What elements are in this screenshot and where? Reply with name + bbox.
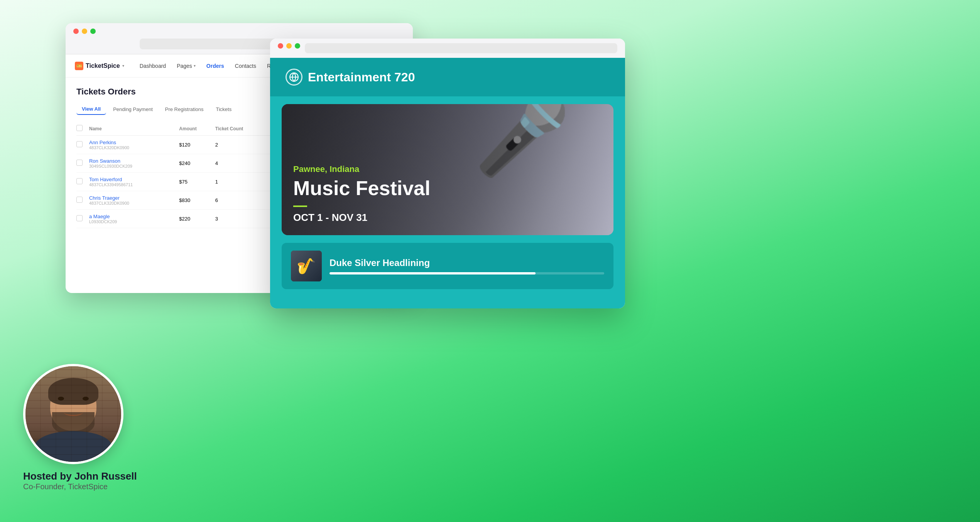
col-header-name: Name xyxy=(89,122,179,136)
row-checkbox-0[interactable] xyxy=(76,141,83,147)
profile-section: Hosted by John Russell Co-Founder, Ticke… xyxy=(23,364,137,491)
event-page: Entertainment 720 🎤 Pawnee, Indiana Musi… xyxy=(270,58,625,308)
nav-item-pages[interactable]: Pages ▾ xyxy=(172,61,200,71)
nav-item-contacts[interactable]: Contacts xyxy=(230,61,261,71)
tab-pre-registrations[interactable]: Pre Registrations xyxy=(160,104,209,115)
event-browser-chrome xyxy=(270,39,625,58)
performer-progress-fill xyxy=(329,272,536,274)
event-url-bar[interactable] xyxy=(305,43,617,53)
performer-info: Duke Silver Headlining xyxy=(329,258,604,274)
order-amount-2: $75 xyxy=(179,173,215,191)
order-tickets-2: 1 xyxy=(215,173,273,191)
festival-text: Pawnee, Indiana Music Festival OCT 1 - N… xyxy=(282,153,442,235)
order-id-1: 3049SCL0930DCK209 xyxy=(89,164,179,168)
event-dot-close[interactable] xyxy=(278,43,283,49)
order-tickets-3: 6 xyxy=(215,191,273,210)
tab-pending-payment[interactable]: Pending Payment xyxy=(108,104,158,115)
order-id-3: 4837CLK320DK0900 xyxy=(89,201,179,205)
order-tickets-4: 3 xyxy=(215,210,273,228)
festival-location: Pawnee, Indiana xyxy=(293,164,430,174)
col-header-checkbox xyxy=(76,122,89,136)
order-tickets-1: 4 xyxy=(215,154,273,173)
logo-chevron-icon: ▾ xyxy=(122,64,124,68)
order-name-4[interactable]: a Maegle xyxy=(89,214,110,219)
profile-photo xyxy=(23,364,123,464)
row-checkbox-4[interactable] xyxy=(76,215,83,221)
logo[interactable]: 🎫 TicketSpice ▾ xyxy=(75,62,124,70)
performer-image: 🎷 xyxy=(291,251,322,281)
performer-name: Duke Silver Headlining xyxy=(329,258,604,268)
order-id-4: L0930DCK209 xyxy=(89,219,179,224)
globe-icon xyxy=(286,69,302,86)
dot-minimize[interactable] xyxy=(82,29,87,34)
order-amount-0: $120 xyxy=(179,136,215,154)
order-name-3[interactable]: Chris Traeger xyxy=(89,195,120,201)
order-name-1[interactable]: Ron Swanson xyxy=(89,158,120,164)
logo-text: TicketSpice xyxy=(86,62,120,69)
dot-fullscreen[interactable] xyxy=(90,29,96,34)
nav-item-orders[interactable]: Orders xyxy=(202,61,229,71)
performer-img-bg: 🎷 xyxy=(291,251,322,281)
profile-name: Hosted by John Russell xyxy=(23,470,137,482)
order-amount-3: $830 xyxy=(179,191,215,210)
event-dot-fullscreen[interactable] xyxy=(295,43,300,49)
row-checkbox-2[interactable] xyxy=(76,178,83,184)
browser-window-event: Entertainment 720 🎤 Pawnee, Indiana Musi… xyxy=(270,39,625,308)
profile-name-area: Hosted by John Russell Co-Founder, Ticke… xyxy=(23,470,137,491)
festival-banner: 🎤 Pawnee, Indiana Music Festival OCT 1 -… xyxy=(282,104,613,235)
tab-tickets[interactable]: Tickets xyxy=(210,104,237,115)
col-header-ticket-count: Ticket Count xyxy=(215,122,273,136)
performer-emoji: 🎷 xyxy=(297,257,316,275)
browser-dots xyxy=(73,29,405,34)
select-all-checkbox[interactable] xyxy=(76,125,83,131)
order-id-0: 4837CLK320DK0900 xyxy=(89,145,179,150)
order-name-0[interactable]: Ann Perkins xyxy=(89,140,116,145)
festival-divider xyxy=(293,205,307,207)
performer-progress-bar xyxy=(329,272,604,274)
order-name-2[interactable]: Tom Haverford xyxy=(89,177,122,182)
order-amount-4: $220 xyxy=(179,210,215,228)
org-name: Entertainment 720 xyxy=(308,70,415,84)
order-id-2: 4837CLK33949586711 xyxy=(89,182,179,187)
logo-icon: 🎫 xyxy=(75,62,83,70)
performer-section: 🎷 Duke Silver Headlining xyxy=(282,243,613,289)
brick-texture xyxy=(25,366,121,462)
festival-name: Music Festival xyxy=(293,177,430,199)
nav-item-dashboard[interactable]: Dashboard xyxy=(135,61,171,71)
tab-view-all[interactable]: View All xyxy=(76,104,106,115)
row-checkbox-1[interactable] xyxy=(76,160,83,166)
order-tickets-0: 2 xyxy=(215,136,273,154)
row-checkbox-3[interactable] xyxy=(76,197,83,203)
event-browser-dots xyxy=(278,43,300,49)
event-dot-minimize[interactable] xyxy=(286,43,292,49)
pages-chevron-icon: ▾ xyxy=(194,64,196,68)
order-amount-1: $240 xyxy=(179,154,215,173)
profile-title: Co-Founder, TicketSpice xyxy=(23,482,137,491)
col-header-amount: Amount xyxy=(179,122,215,136)
festival-dates: OCT 1 - NOV 31 xyxy=(293,212,430,224)
event-header: Entertainment 720 xyxy=(270,58,625,96)
dot-close[interactable] xyxy=(73,29,79,34)
